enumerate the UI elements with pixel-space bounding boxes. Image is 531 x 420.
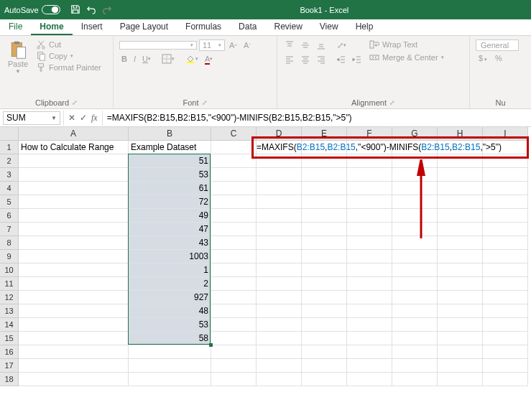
alignment-dialog-launcher-icon[interactable]: ⤢ <box>389 99 395 106</box>
row-header-4[interactable]: 4 <box>0 182 19 195</box>
cell-I5[interactable] <box>483 195 528 209</box>
tab-file[interactable]: File <box>0 19 31 35</box>
cell-C6[interactable] <box>211 209 257 223</box>
font-name-combo[interactable]: ▾ <box>119 41 197 50</box>
toggle-off[interactable]: Off <box>42 5 60 14</box>
cell-E11[interactable] <box>302 277 347 291</box>
enter-icon[interactable]: ✓ <box>80 113 87 123</box>
cell-D14[interactable] <box>257 318 302 332</box>
cell-B12[interactable]: 927 <box>129 291 211 304</box>
tab-review[interactable]: Review <box>265 19 310 35</box>
cell-I9[interactable] <box>483 250 528 263</box>
col-header-G[interactable]: G <box>392 127 438 141</box>
cell-G8[interactable] <box>392 236 438 250</box>
cell-G17[interactable] <box>392 359 438 373</box>
row-header-7[interactable]: 7 <box>0 223 19 236</box>
cell-A7[interactable] <box>19 223 129 236</box>
cell-G13[interactable] <box>392 304 438 318</box>
col-header-F[interactable]: F <box>347 127 392 141</box>
cell-F10[interactable] <box>347 263 392 277</box>
increase-font-icon[interactable]: A^ <box>227 41 239 50</box>
cell-F17[interactable] <box>347 359 392 373</box>
cell-B13[interactable]: 48 <box>129 304 211 318</box>
cell-I14[interactable] <box>483 318 528 332</box>
cell-G4[interactable] <box>392 182 438 195</box>
tab-page-layout[interactable]: Page Layout <box>111 19 177 35</box>
col-header-D[interactable]: D <box>257 127 302 141</box>
fx-icon[interactable]: fx <box>91 113 98 123</box>
spreadsheet-grid[interactable]: ABCDEFGHI 123456789101112131415161718 Ho… <box>0 127 531 420</box>
cell-C10[interactable] <box>211 263 257 277</box>
cell-B1[interactable]: Example Dataset <box>129 141 211 154</box>
cell-H2[interactable] <box>438 154 483 168</box>
cell-I4[interactable] <box>483 182 528 195</box>
cell-D8[interactable] <box>257 236 302 250</box>
cell-A6[interactable] <box>19 209 129 223</box>
cell-I13[interactable] <box>483 304 528 318</box>
cell-H13[interactable] <box>438 304 483 318</box>
font-size-combo[interactable]: 11▾ <box>199 39 225 51</box>
merge-center-button[interactable]: Merge & Center ▾ <box>369 52 444 62</box>
cell-A11[interactable] <box>19 277 129 291</box>
cell-F12[interactable] <box>347 291 392 304</box>
cell-F9[interactable] <box>347 250 392 263</box>
cell-E14[interactable] <box>302 318 347 332</box>
cell-I6[interactable] <box>483 209 528 223</box>
align-top-icon[interactable] <box>283 39 296 51</box>
row-header-11[interactable]: 11 <box>0 277 19 291</box>
cell-E6[interactable] <box>302 209 347 223</box>
cell-C1[interactable] <box>211 141 257 154</box>
cell-A14[interactable] <box>19 318 129 332</box>
cell-A13[interactable] <box>19 304 129 318</box>
cell-E9[interactable] <box>302 250 347 263</box>
row-header-18[interactable]: 18 <box>0 373 19 386</box>
cell-B10[interactable]: 1 <box>129 263 211 277</box>
autosave-toggle[interactable]: AutoSave Off <box>0 5 65 14</box>
cell-B3[interactable]: 53 <box>129 168 211 182</box>
cell-A2[interactable] <box>19 154 129 168</box>
cell-C4[interactable] <box>211 182 257 195</box>
cell-H7[interactable] <box>438 223 483 236</box>
cell-E16[interactable] <box>302 345 347 359</box>
cell-I8[interactable] <box>483 236 528 250</box>
cell-B2[interactable]: 51 <box>129 154 211 168</box>
cell-D11[interactable] <box>257 277 302 291</box>
cell-G7[interactable] <box>392 223 438 236</box>
cell-H11[interactable] <box>438 277 483 291</box>
cell-G6[interactable] <box>392 209 438 223</box>
cell-B14[interactable]: 53 <box>129 318 211 332</box>
cell-A9[interactable] <box>19 250 129 263</box>
cell-H6[interactable] <box>438 209 483 223</box>
cell-B15[interactable]: 58 <box>129 332 211 345</box>
cell-F13[interactable] <box>347 304 392 318</box>
cell-F11[interactable] <box>347 277 392 291</box>
cell-F2[interactable] <box>347 154 392 168</box>
number-format-combo[interactable]: General <box>476 39 519 51</box>
cell-C12[interactable] <box>211 291 257 304</box>
copy-button[interactable]: Copy ▾ <box>36 51 101 61</box>
wrap-text-button[interactable]: Wrap Text <box>369 39 444 50</box>
tab-data[interactable]: Data <box>230 19 265 35</box>
format-painter-button[interactable]: Format Painter <box>36 62 101 73</box>
cell-E10[interactable] <box>302 263 347 277</box>
cell-H4[interactable] <box>438 182 483 195</box>
row-header-9[interactable]: 9 <box>0 250 19 263</box>
cut-button[interactable]: Cut <box>36 39 101 50</box>
bold-button[interactable]: B <box>119 55 129 63</box>
row-header-17[interactable]: 17 <box>0 359 19 373</box>
row-header-8[interactable]: 8 <box>0 236 19 250</box>
cell-I7[interactable] <box>483 223 528 236</box>
row-header-3[interactable]: 3 <box>0 168 19 182</box>
align-right-icon[interactable] <box>315 54 328 65</box>
cell-B5[interactable]: 72 <box>129 195 211 209</box>
clipboard-dialog-launcher-icon[interactable]: ⤢ <box>72 99 78 106</box>
cell-H5[interactable] <box>438 195 483 209</box>
cell-F3[interactable] <box>347 168 392 182</box>
increase-indent-icon[interactable] <box>351 54 364 65</box>
cell-I17[interactable] <box>483 359 528 373</box>
cell-D3[interactable] <box>257 168 302 182</box>
tab-insert[interactable]: Insert <box>73 19 111 35</box>
cell-H18[interactable] <box>438 373 483 386</box>
cell-A5[interactable] <box>19 195 129 209</box>
cell-E13[interactable] <box>302 304 347 318</box>
